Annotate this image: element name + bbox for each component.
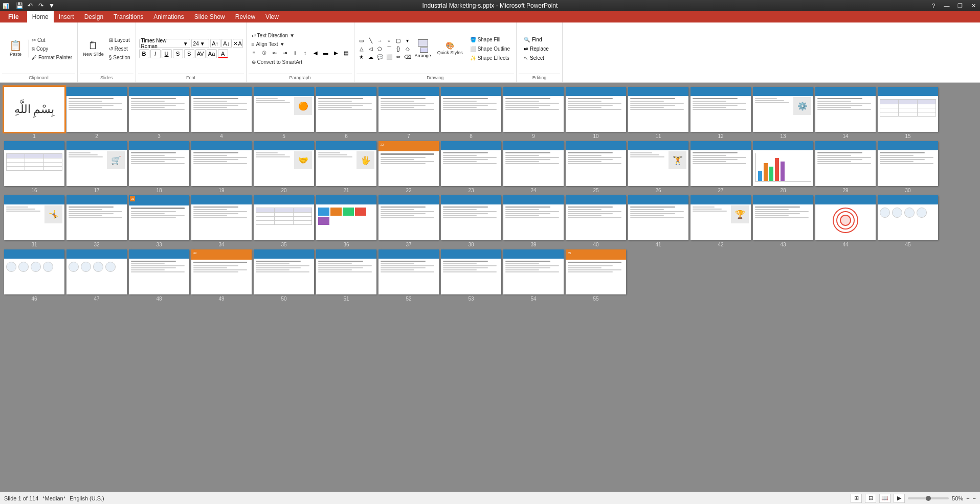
slide-item-21[interactable]: 🖐️ 21 xyxy=(316,141,376,193)
slide-item-33[interactable]: 33 33 xyxy=(129,195,189,247)
home-tab[interactable]: Home xyxy=(27,11,54,22)
align-center-button[interactable]: ▬ xyxy=(321,49,330,57)
shadow-button[interactable]: S xyxy=(184,49,194,58)
slide-item-48[interactable]: 48 xyxy=(129,249,189,302)
font-size-selector[interactable]: 24 ▼ xyxy=(191,39,209,48)
slide-item-1[interactable]: بِسْمِ اللَّهِ1 xyxy=(4,87,64,139)
help-button[interactable]: ? xyxy=(927,0,940,11)
slide-item-35[interactable]: 35 xyxy=(254,195,314,247)
slide-item-31[interactable]: 🤸 31 xyxy=(4,195,64,247)
slide-item-2[interactable]: 2 xyxy=(66,87,127,139)
shape-line[interactable]: ╲ xyxy=(367,37,375,44)
replace-button[interactable]: ⇄ Replace xyxy=(522,45,551,53)
redo-button[interactable]: ↷ xyxy=(36,1,46,10)
slide-item-51[interactable]: 51 xyxy=(316,249,376,302)
slide-item-32[interactable]: 32 xyxy=(66,195,127,247)
slide-item-13[interactable]: ⚙️ 13 xyxy=(753,87,813,139)
format-painter-button[interactable]: 🖌 Format Painter xyxy=(30,54,74,61)
slide-item-25[interactable]: 25 xyxy=(566,141,626,193)
reset-button[interactable]: ↺ Reset xyxy=(107,45,132,53)
slide-item-16[interactable]: 16 xyxy=(4,141,64,193)
justify-button[interactable]: ▤ xyxy=(342,49,351,57)
slide-item-7[interactable]: 7 xyxy=(378,87,439,139)
undo-button[interactable]: ↶ xyxy=(26,1,35,10)
slide-item-30[interactable]: 30 xyxy=(878,141,938,193)
paste-button[interactable]: 📋 Paste xyxy=(3,39,29,58)
slide-item-4[interactable]: 4 xyxy=(191,87,252,139)
quick-styles-button[interactable]: 🎨 Quick Styles xyxy=(435,41,465,56)
numbering-button[interactable]: ① xyxy=(260,49,269,57)
insert-tab[interactable]: Insert xyxy=(54,11,79,22)
quick-access-more[interactable]: ▼ xyxy=(47,1,56,10)
slide-item-3[interactable]: 3 xyxy=(129,87,189,139)
animations-tab[interactable]: Animations xyxy=(148,11,189,22)
copy-button[interactable]: ⎘ Copy xyxy=(30,45,74,53)
section-button[interactable]: § Section xyxy=(107,54,132,61)
file-tab[interactable]: File xyxy=(0,11,27,22)
increase-indent-button[interactable]: ⇥ xyxy=(280,49,289,57)
shape-rect[interactable]: ▭ xyxy=(358,37,366,44)
slide-item-27[interactable]: 27 xyxy=(691,141,751,193)
slide-item-29[interactable]: 29 xyxy=(815,141,876,193)
slide-item-24[interactable]: 24 xyxy=(503,141,564,193)
change-case-button[interactable]: Aa xyxy=(207,49,217,58)
review-tab[interactable]: Review xyxy=(230,11,260,22)
normal-view-button[interactable]: ⊞ xyxy=(851,494,862,503)
layout-button[interactable]: ⊞ Layout xyxy=(107,36,132,44)
shape-pent[interactable]: ⬠ xyxy=(376,45,384,52)
slide-item-46[interactable]: 46 xyxy=(4,249,64,302)
view-tab[interactable]: View xyxy=(260,11,284,22)
font-grow-button[interactable]: A↑ xyxy=(210,39,220,48)
shape-curve[interactable]: ⌒ xyxy=(385,45,393,52)
font-color-button[interactable]: A xyxy=(218,49,228,58)
char-spacing-button[interactable]: AV xyxy=(195,49,206,58)
restore-button[interactable]: ❐ xyxy=(953,0,967,11)
font-name-selector[interactable]: Times New Roman ▼ xyxy=(139,39,190,48)
slide-item-52[interactable]: 52 xyxy=(378,249,439,302)
slide-item-28[interactable]: 28 xyxy=(753,141,813,193)
slide-item-26[interactable]: 🏋️ 26 xyxy=(628,141,688,193)
slideshow-button[interactable]: ▶ xyxy=(894,494,905,503)
slide-item-22[interactable]: 22 22 xyxy=(378,141,439,193)
slide-item-40[interactable]: 40 xyxy=(566,195,626,247)
shape-brace[interactable]: {} xyxy=(394,45,403,52)
shape-free[interactable]: ✏ xyxy=(394,53,403,60)
slide-item-47[interactable]: 47 xyxy=(66,249,127,302)
shape-cloud[interactable]: ☁ xyxy=(367,53,375,60)
zoom-out-button[interactable]: − xyxy=(973,495,976,501)
zoom-slider[interactable] xyxy=(908,497,949,499)
transitions-tab[interactable]: Transitions xyxy=(108,11,148,22)
slide-sorter-button[interactable]: ⊟ xyxy=(865,494,876,503)
slide-item-34[interactable]: 34 xyxy=(191,195,252,247)
slide-item-12[interactable]: 12 xyxy=(691,87,751,139)
align-text-button[interactable]: ≡ Align Text ▼ xyxy=(250,40,287,48)
slide-item-49[interactable]: 49 49 xyxy=(191,249,252,302)
slide-item-10[interactable]: 10 xyxy=(566,87,626,139)
slide-item-36[interactable]: 36 xyxy=(316,195,376,247)
new-slide-button[interactable]: 🗒 New Slide xyxy=(81,39,106,58)
slide-item-43[interactable]: 43 xyxy=(753,195,813,247)
shape-more[interactable]: ▾ xyxy=(404,37,412,44)
align-right-button[interactable]: ▶ xyxy=(331,49,341,57)
shape-tri[interactable]: △ xyxy=(358,45,366,52)
slide-item-18[interactable]: 18 xyxy=(129,141,189,193)
close-button[interactable]: ✕ xyxy=(967,0,980,11)
slide-grid[interactable]: بِسْمِ اللَّهِ1 2 3 xyxy=(0,83,980,492)
slide-item-9[interactable]: 9 xyxy=(503,87,564,139)
zoom-in-button[interactable]: + xyxy=(966,495,969,501)
slide-item-38[interactable]: 38 xyxy=(441,195,501,247)
slide-item-23[interactable]: 23 xyxy=(441,141,501,193)
slide-item-17[interactable]: 🛒 17 xyxy=(66,141,127,193)
convert-smartart-button[interactable]: ⊛ Convert to SmartArt xyxy=(250,58,304,66)
slide-item-8[interactable]: 8 xyxy=(441,87,501,139)
shape-outline-button[interactable]: ⬜ Shape Outline xyxy=(468,45,512,53)
slide-item-44[interactable]: 44 xyxy=(815,195,876,247)
font-shrink-button[interactable]: A↓ xyxy=(221,39,232,48)
slide-item-39[interactable]: 39 xyxy=(503,195,564,247)
slide-item-41[interactable]: 41 xyxy=(628,195,688,247)
shape-oval[interactable]: ○ xyxy=(385,37,393,44)
text-direction-button[interactable]: ⇄ Text Direction ▼ xyxy=(250,32,297,39)
bullets-button[interactable]: ≡ xyxy=(250,49,259,57)
shape-arrow[interactable]: → xyxy=(376,37,384,44)
shape-effects-button[interactable]: ✨ Shape Effects xyxy=(468,54,512,62)
